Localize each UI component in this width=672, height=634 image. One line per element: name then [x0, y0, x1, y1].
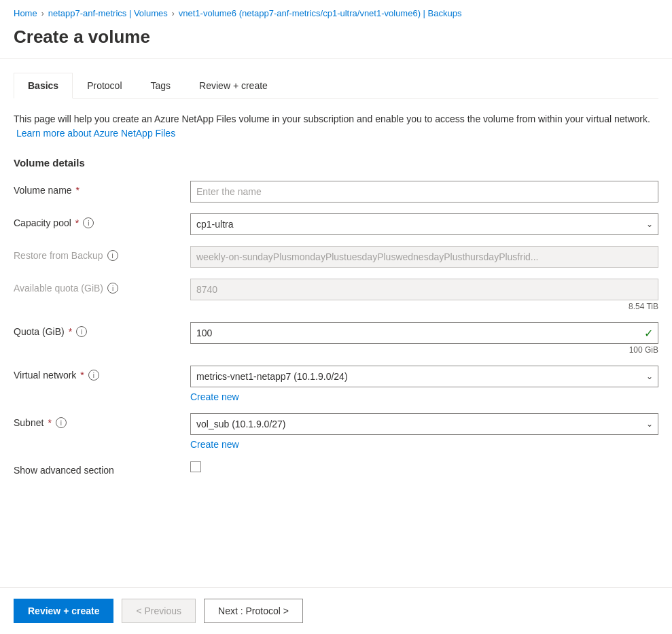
- capacity-pool-row: Capacity pool * i cp1-ultra ⌄: [14, 213, 658, 235]
- virtual-network-select-wrapper: metrics-vnet1-netapp7 (10.1.9.0/24) ⌄: [190, 366, 658, 387]
- previous-button[interactable]: < Previous: [122, 599, 196, 623]
- available-quota-label: Available quota (GiB) i: [14, 279, 190, 294]
- quota-label: Quota (GiB) * i: [14, 322, 190, 337]
- subnet-info-icon[interactable]: i: [56, 417, 67, 428]
- available-quota-control: 8.54 TiB: [190, 279, 658, 311]
- available-quota-sub-hint: 8.54 TiB: [190, 302, 658, 311]
- capacity-pool-info-icon[interactable]: i: [83, 217, 94, 228]
- show-advanced-control: [190, 461, 658, 472]
- subnet-select-wrapper: vol_sub (10.1.9.0/27) ⌄: [190, 413, 658, 435]
- tab-tags[interactable]: Tags: [137, 73, 185, 99]
- restore-backup-control: [190, 246, 658, 268]
- available-quota-row: Available quota (GiB) i 8.54 TiB: [14, 279, 658, 311]
- subnet-control: vol_sub (10.1.9.0/27) ⌄ Create new: [190, 413, 658, 450]
- subnet-required: *: [48, 417, 51, 428]
- breadcrumb-sep-1: ›: [41, 9, 44, 18]
- virtual-network-select[interactable]: metrics-vnet1-netapp7 (10.1.9.0/24): [190, 366, 658, 387]
- capacity-pool-control: cp1-ultra ⌄: [190, 213, 658, 235]
- description-text: This page will help you create an Azure …: [14, 112, 658, 141]
- volume-name-required: *: [76, 185, 79, 196]
- volume-name-input[interactable]: [190, 181, 658, 202]
- quota-wrapper: ✓: [190, 322, 658, 344]
- main-content: Basics Protocol Tags Review + create Thi…: [0, 59, 672, 554]
- virtual-network-info-icon[interactable]: i: [88, 370, 99, 381]
- quota-row: Quota (GiB) * i ✓ 100 GiB: [14, 322, 658, 355]
- show-advanced-label: Show advanced section: [14, 461, 190, 476]
- volume-name-label: Volume name *: [14, 181, 190, 196]
- show-advanced-row: Show advanced section: [14, 461, 658, 476]
- capacity-pool-select[interactable]: cp1-ultra: [190, 213, 658, 235]
- restore-backup-input: [190, 246, 658, 268]
- available-quota-input: [190, 279, 658, 300]
- tabs-container: Basics Protocol Tags Review + create: [14, 73, 658, 99]
- breadcrumb-volumes[interactable]: netapp7-anf-metrics | Volumes: [48, 8, 168, 18]
- restore-backup-row: Restore from Backup i: [14, 246, 658, 268]
- breadcrumb-home[interactable]: Home: [14, 8, 37, 18]
- subnet-create-new-link[interactable]: Create new: [190, 439, 239, 450]
- quota-sub-hint: 100 GiB: [190, 345, 658, 355]
- subnet-row: Subnet * i vol_sub (10.1.9.0/27) ⌄ Creat…: [14, 413, 658, 450]
- quota-control: ✓ 100 GiB: [190, 322, 658, 355]
- next-protocol-button[interactable]: Next : Protocol >: [204, 599, 303, 623]
- breadcrumb: Home › netapp7-anf-metrics | Volumes › v…: [0, 0, 672, 24]
- restore-backup-label: Restore from Backup i: [14, 246, 190, 261]
- subnet-select[interactable]: vol_sub (10.1.9.0/27): [190, 413, 658, 435]
- section-heading: Volume details: [14, 157, 658, 169]
- restore-backup-info-icon[interactable]: i: [107, 250, 118, 261]
- show-advanced-checkbox[interactable]: [190, 461, 201, 472]
- page-title: Create a volume: [0, 24, 672, 58]
- footer-spacer: [14, 487, 658, 541]
- volume-name-control: [190, 181, 658, 202]
- available-quota-info-icon[interactable]: i: [107, 283, 118, 294]
- tab-basics[interactable]: Basics: [14, 73, 73, 99]
- volume-name-row: Volume name *: [14, 181, 658, 202]
- breadcrumb-backups[interactable]: vnet1-volume6 (netapp7-anf-metrics/cp1-u…: [179, 8, 462, 18]
- subnet-label: Subnet * i: [14, 413, 190, 428]
- review-create-button[interactable]: Review + create: [14, 599, 113, 623]
- capacity-pool-select-wrapper: cp1-ultra ⌄: [190, 213, 658, 235]
- breadcrumb-sep-2: ›: [172, 9, 175, 18]
- virtual-network-create-new-link[interactable]: Create new: [190, 391, 239, 402]
- capacity-pool-required: *: [75, 217, 79, 228]
- learn-more-link[interactable]: Learn more about Azure NetApp Files: [16, 128, 175, 139]
- quota-required: *: [69, 326, 72, 337]
- virtual-network-row: Virtual network * i metrics-vnet1-netapp…: [14, 366, 658, 402]
- quota-info-icon[interactable]: i: [76, 326, 87, 337]
- tab-protocol[interactable]: Protocol: [73, 73, 136, 99]
- virtual-network-required: *: [80, 370, 84, 381]
- quota-input[interactable]: [190, 322, 658, 344]
- capacity-pool-label: Capacity pool * i: [14, 213, 190, 228]
- footer-bar: Review + create < Previous Next : Protoc…: [0, 587, 672, 634]
- virtual-network-label: Virtual network * i: [14, 366, 190, 381]
- virtual-network-control: metrics-vnet1-netapp7 (10.1.9.0/24) ⌄ Cr…: [190, 366, 658, 402]
- tab-review-create[interactable]: Review + create: [185, 73, 282, 99]
